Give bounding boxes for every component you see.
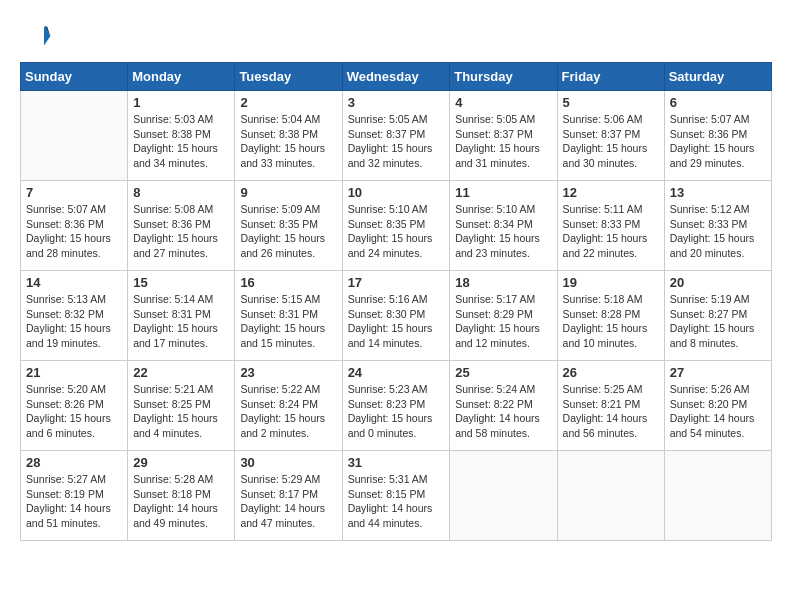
day-number: 27 bbox=[670, 365, 766, 380]
calendar-cell: 27Sunrise: 5:26 AM Sunset: 8:20 PM Dayli… bbox=[664, 361, 771, 451]
calendar-week-row: 14Sunrise: 5:13 AM Sunset: 8:32 PM Dayli… bbox=[21, 271, 772, 361]
calendar-cell: 16Sunrise: 5:15 AM Sunset: 8:31 PM Dayli… bbox=[235, 271, 342, 361]
day-info: Sunrise: 5:27 AM Sunset: 8:19 PM Dayligh… bbox=[26, 472, 122, 531]
logo-icon bbox=[20, 20, 52, 52]
calendar-cell: 21Sunrise: 5:20 AM Sunset: 8:26 PM Dayli… bbox=[21, 361, 128, 451]
calendar-cell: 3Sunrise: 5:05 AM Sunset: 8:37 PM Daylig… bbox=[342, 91, 450, 181]
day-number: 28 bbox=[26, 455, 122, 470]
calendar-cell: 10Sunrise: 5:10 AM Sunset: 8:35 PM Dayli… bbox=[342, 181, 450, 271]
calendar-cell: 23Sunrise: 5:22 AM Sunset: 8:24 PM Dayli… bbox=[235, 361, 342, 451]
calendar-cell: 13Sunrise: 5:12 AM Sunset: 8:33 PM Dayli… bbox=[664, 181, 771, 271]
page-header bbox=[20, 20, 772, 52]
day-info: Sunrise: 5:10 AM Sunset: 8:34 PM Dayligh… bbox=[455, 202, 551, 261]
calendar-cell bbox=[664, 451, 771, 541]
calendar-cell: 18Sunrise: 5:17 AM Sunset: 8:29 PM Dayli… bbox=[450, 271, 557, 361]
calendar-cell: 17Sunrise: 5:16 AM Sunset: 8:30 PM Dayli… bbox=[342, 271, 450, 361]
day-number: 2 bbox=[240, 95, 336, 110]
day-number: 29 bbox=[133, 455, 229, 470]
calendar-cell: 12Sunrise: 5:11 AM Sunset: 8:33 PM Dayli… bbox=[557, 181, 664, 271]
calendar-cell: 11Sunrise: 5:10 AM Sunset: 8:34 PM Dayli… bbox=[450, 181, 557, 271]
day-number: 15 bbox=[133, 275, 229, 290]
day-info: Sunrise: 5:06 AM Sunset: 8:37 PM Dayligh… bbox=[563, 112, 659, 171]
day-info: Sunrise: 5:19 AM Sunset: 8:27 PM Dayligh… bbox=[670, 292, 766, 351]
calendar-table: SundayMondayTuesdayWednesdayThursdayFrid… bbox=[20, 62, 772, 541]
day-number: 6 bbox=[670, 95, 766, 110]
calendar-cell: 26Sunrise: 5:25 AM Sunset: 8:21 PM Dayli… bbox=[557, 361, 664, 451]
day-number: 7 bbox=[26, 185, 122, 200]
day-number: 17 bbox=[348, 275, 445, 290]
day-info: Sunrise: 5:14 AM Sunset: 8:31 PM Dayligh… bbox=[133, 292, 229, 351]
day-info: Sunrise: 5:12 AM Sunset: 8:33 PM Dayligh… bbox=[670, 202, 766, 261]
day-info: Sunrise: 5:08 AM Sunset: 8:36 PM Dayligh… bbox=[133, 202, 229, 261]
calendar-cell: 5Sunrise: 5:06 AM Sunset: 8:37 PM Daylig… bbox=[557, 91, 664, 181]
day-info: Sunrise: 5:21 AM Sunset: 8:25 PM Dayligh… bbox=[133, 382, 229, 441]
calendar-cell: 1Sunrise: 5:03 AM Sunset: 8:38 PM Daylig… bbox=[128, 91, 235, 181]
day-info: Sunrise: 5:07 AM Sunset: 8:36 PM Dayligh… bbox=[670, 112, 766, 171]
weekday-header: Tuesday bbox=[235, 63, 342, 91]
calendar-week-row: 28Sunrise: 5:27 AM Sunset: 8:19 PM Dayli… bbox=[21, 451, 772, 541]
day-info: Sunrise: 5:04 AM Sunset: 8:38 PM Dayligh… bbox=[240, 112, 336, 171]
day-info: Sunrise: 5:10 AM Sunset: 8:35 PM Dayligh… bbox=[348, 202, 445, 261]
weekday-header: Saturday bbox=[664, 63, 771, 91]
calendar-cell: 19Sunrise: 5:18 AM Sunset: 8:28 PM Dayli… bbox=[557, 271, 664, 361]
weekday-header: Sunday bbox=[21, 63, 128, 91]
day-number: 18 bbox=[455, 275, 551, 290]
day-info: Sunrise: 5:11 AM Sunset: 8:33 PM Dayligh… bbox=[563, 202, 659, 261]
day-info: Sunrise: 5:29 AM Sunset: 8:17 PM Dayligh… bbox=[240, 472, 336, 531]
calendar-cell: 2Sunrise: 5:04 AM Sunset: 8:38 PM Daylig… bbox=[235, 91, 342, 181]
day-number: 9 bbox=[240, 185, 336, 200]
weekday-header: Wednesday bbox=[342, 63, 450, 91]
calendar-cell: 9Sunrise: 5:09 AM Sunset: 8:35 PM Daylig… bbox=[235, 181, 342, 271]
calendar-cell bbox=[557, 451, 664, 541]
calendar-cell: 6Sunrise: 5:07 AM Sunset: 8:36 PM Daylig… bbox=[664, 91, 771, 181]
day-number: 20 bbox=[670, 275, 766, 290]
calendar-cell: 15Sunrise: 5:14 AM Sunset: 8:31 PM Dayli… bbox=[128, 271, 235, 361]
day-number: 16 bbox=[240, 275, 336, 290]
day-number: 24 bbox=[348, 365, 445, 380]
day-number: 14 bbox=[26, 275, 122, 290]
day-number: 8 bbox=[133, 185, 229, 200]
day-info: Sunrise: 5:09 AM Sunset: 8:35 PM Dayligh… bbox=[240, 202, 336, 261]
calendar-cell: 28Sunrise: 5:27 AM Sunset: 8:19 PM Dayli… bbox=[21, 451, 128, 541]
calendar-cell: 24Sunrise: 5:23 AM Sunset: 8:23 PM Dayli… bbox=[342, 361, 450, 451]
day-info: Sunrise: 5:05 AM Sunset: 8:37 PM Dayligh… bbox=[348, 112, 445, 171]
calendar-cell: 30Sunrise: 5:29 AM Sunset: 8:17 PM Dayli… bbox=[235, 451, 342, 541]
day-info: Sunrise: 5:18 AM Sunset: 8:28 PM Dayligh… bbox=[563, 292, 659, 351]
calendar-cell bbox=[450, 451, 557, 541]
calendar-cell: 31Sunrise: 5:31 AM Sunset: 8:15 PM Dayli… bbox=[342, 451, 450, 541]
calendar-cell: 22Sunrise: 5:21 AM Sunset: 8:25 PM Dayli… bbox=[128, 361, 235, 451]
calendar-week-row: 7Sunrise: 5:07 AM Sunset: 8:36 PM Daylig… bbox=[21, 181, 772, 271]
day-number: 10 bbox=[348, 185, 445, 200]
day-number: 5 bbox=[563, 95, 659, 110]
day-info: Sunrise: 5:17 AM Sunset: 8:29 PM Dayligh… bbox=[455, 292, 551, 351]
day-number: 21 bbox=[26, 365, 122, 380]
calendar-cell: 7Sunrise: 5:07 AM Sunset: 8:36 PM Daylig… bbox=[21, 181, 128, 271]
day-info: Sunrise: 5:13 AM Sunset: 8:32 PM Dayligh… bbox=[26, 292, 122, 351]
calendar-week-row: 21Sunrise: 5:20 AM Sunset: 8:26 PM Dayli… bbox=[21, 361, 772, 451]
weekday-header: Thursday bbox=[450, 63, 557, 91]
day-number: 22 bbox=[133, 365, 229, 380]
day-info: Sunrise: 5:16 AM Sunset: 8:30 PM Dayligh… bbox=[348, 292, 445, 351]
calendar-cell: 20Sunrise: 5:19 AM Sunset: 8:27 PM Dayli… bbox=[664, 271, 771, 361]
day-number: 23 bbox=[240, 365, 336, 380]
day-info: Sunrise: 5:15 AM Sunset: 8:31 PM Dayligh… bbox=[240, 292, 336, 351]
calendar-cell: 29Sunrise: 5:28 AM Sunset: 8:18 PM Dayli… bbox=[128, 451, 235, 541]
day-info: Sunrise: 5:25 AM Sunset: 8:21 PM Dayligh… bbox=[563, 382, 659, 441]
day-number: 31 bbox=[348, 455, 445, 470]
day-number: 12 bbox=[563, 185, 659, 200]
day-number: 13 bbox=[670, 185, 766, 200]
day-number: 25 bbox=[455, 365, 551, 380]
day-number: 30 bbox=[240, 455, 336, 470]
weekday-header-row: SundayMondayTuesdayWednesdayThursdayFrid… bbox=[21, 63, 772, 91]
day-number: 11 bbox=[455, 185, 551, 200]
day-info: Sunrise: 5:28 AM Sunset: 8:18 PM Dayligh… bbox=[133, 472, 229, 531]
calendar-cell: 8Sunrise: 5:08 AM Sunset: 8:36 PM Daylig… bbox=[128, 181, 235, 271]
weekday-header: Monday bbox=[128, 63, 235, 91]
day-info: Sunrise: 5:22 AM Sunset: 8:24 PM Dayligh… bbox=[240, 382, 336, 441]
calendar-cell bbox=[21, 91, 128, 181]
day-info: Sunrise: 5:26 AM Sunset: 8:20 PM Dayligh… bbox=[670, 382, 766, 441]
day-number: 26 bbox=[563, 365, 659, 380]
calendar-week-row: 1Sunrise: 5:03 AM Sunset: 8:38 PM Daylig… bbox=[21, 91, 772, 181]
day-info: Sunrise: 5:03 AM Sunset: 8:38 PM Dayligh… bbox=[133, 112, 229, 171]
day-info: Sunrise: 5:24 AM Sunset: 8:22 PM Dayligh… bbox=[455, 382, 551, 441]
